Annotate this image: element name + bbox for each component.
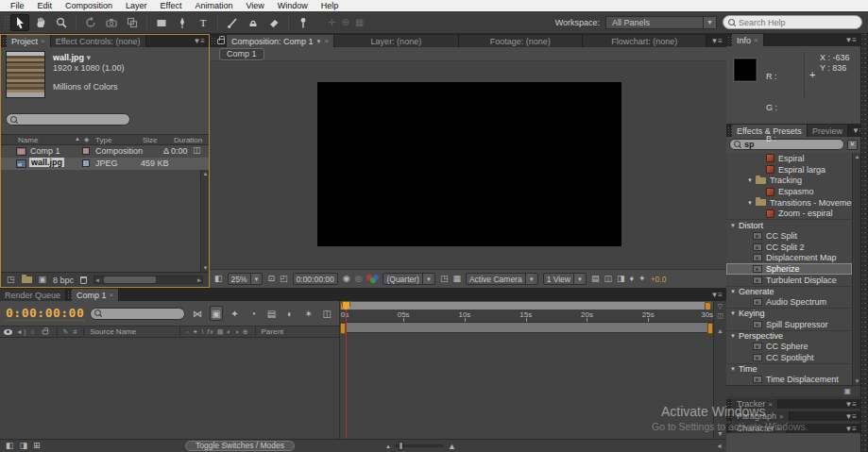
toolbar-gripper[interactable] bbox=[4, 15, 9, 30]
effect-category[interactable]: ▼Distort bbox=[726, 219, 852, 230]
zoom-out-icon[interactable]: ▲ bbox=[385, 444, 391, 449]
footage-filename[interactable]: wall.jpg bbox=[53, 53, 84, 62]
scroll-down-icon[interactable]: ▼ bbox=[717, 430, 723, 437]
pixel-aspect-icon[interactable]: ◨ bbox=[617, 275, 625, 283]
panel-menu-icon[interactable]: ▼≡ bbox=[841, 34, 860, 46]
menu-composition[interactable]: Composition bbox=[59, 0, 119, 11]
work-area-bar[interactable] bbox=[340, 323, 713, 333]
snapshot-icon[interactable]: ◉ bbox=[343, 275, 350, 283]
time-ruler[interactable]: 0s 05s 10s 15s 20s 25s 30s bbox=[340, 310, 713, 323]
show-channels-icon[interactable] bbox=[366, 275, 378, 284]
effect-category[interactable]: ▼Keying bbox=[726, 308, 852, 319]
preset-item[interactable]: Espiral larga bbox=[726, 164, 852, 176]
current-time-field[interactable]: 0:00:00:00 bbox=[6, 306, 84, 321]
close-icon[interactable]: × bbox=[779, 412, 784, 421]
tab-paragraph[interactable]: Paragraph× bbox=[732, 411, 790, 421]
column-type[interactable]: Type bbox=[95, 136, 111, 144]
scroll-down-icon[interactable]: ▼ bbox=[203, 265, 209, 271]
exposure-value[interactable]: +0.0 bbox=[651, 275, 667, 284]
tab-character[interactable]: Character× bbox=[732, 424, 787, 433]
safe-margins-icon[interactable]: ⊡ bbox=[267, 275, 275, 283]
composition-frame[interactable] bbox=[317, 82, 621, 246]
preset-folder[interactable]: ▼Transitions - Movement bbox=[726, 197, 852, 209]
project-search-input[interactable] bbox=[21, 115, 115, 125]
comp-marker-bin-icon[interactable]: ▽ bbox=[718, 303, 723, 310]
tab-comp1-timeline[interactable]: Comp 1 × bbox=[72, 289, 119, 301]
table-row-walljpg[interactable]: wall.jpg JPEG 459 KB bbox=[1, 158, 209, 170]
lock-icon[interactable] bbox=[217, 39, 225, 44]
tab-render-queue[interactable]: Render Queue bbox=[0, 289, 66, 301]
menu-effect[interactable]: Effect bbox=[154, 0, 189, 11]
scroll-left-icon[interactable]: ◄ bbox=[94, 277, 100, 283]
fast-previews-icon[interactable]: ♦ bbox=[629, 275, 634, 283]
table-row-comp1[interactable]: Comp 1 Composition Δ 0:00 ◫ bbox=[1, 145, 209, 158]
scrollbar-thumb[interactable] bbox=[104, 276, 156, 283]
time-navigator-bar[interactable] bbox=[340, 302, 711, 310]
twirl-down-icon[interactable]: ▼ bbox=[747, 200, 753, 206]
rotation-tool[interactable] bbox=[81, 14, 100, 31]
new-preset-icon[interactable]: ▣ bbox=[843, 387, 851, 395]
preset-folder[interactable]: ▼Tracking bbox=[726, 175, 852, 186]
menu-window[interactable]: Window bbox=[271, 0, 315, 11]
parent-column[interactable]: Parent bbox=[262, 327, 284, 336]
project-settings-icon[interactable]: ▣ bbox=[39, 276, 47, 284]
view-axis-icon[interactable]: ▦ bbox=[355, 17, 364, 27]
lock-views-icon[interactable]: ◫ bbox=[604, 275, 612, 283]
trash-icon[interactable] bbox=[80, 276, 87, 284]
scroll-up-icon[interactable]: ▲ bbox=[717, 327, 723, 334]
effects-vertical-scrollbar[interactable]: ▲▼ bbox=[852, 153, 860, 385]
panel-menu-icon[interactable]: ▼≡ bbox=[841, 411, 860, 421]
live-update-icon[interactable]: ▣ bbox=[210, 306, 223, 321]
menu-view[interactable]: View bbox=[239, 0, 270, 11]
tab-footage[interactable]: Footage: (none) bbox=[459, 35, 583, 47]
label-color-chip[interactable] bbox=[82, 147, 90, 155]
column-name[interactable]: Name bbox=[18, 136, 38, 144]
search-help-input[interactable] bbox=[739, 18, 842, 27]
playhead[interactable] bbox=[342, 301, 350, 439]
panel-menu-icon[interactable]: ▼≡ bbox=[841, 399, 860, 409]
scroll-up-icon[interactable]: ▲ bbox=[203, 171, 209, 176]
comp-button-icon[interactable]: ◫ bbox=[717, 312, 723, 320]
panel-menu-icon[interactable]: ▼≡ bbox=[189, 35, 209, 47]
expand-transfer-controls-icon[interactable]: ⊞ bbox=[33, 442, 41, 450]
layer-switches-icons[interactable]: ◦ ✦ \ fx ▤ ◐ ◑ ⊕ bbox=[186, 328, 248, 336]
effect-item[interactable]: Time Displacement bbox=[726, 374, 852, 385]
mask-shape-tool[interactable] bbox=[152, 14, 171, 31]
effect-item[interactable]: CC Spotlight bbox=[726, 352, 852, 363]
search-help-box[interactable] bbox=[723, 15, 862, 29]
camera-tool[interactable] bbox=[102, 14, 121, 31]
panel-menu-icon[interactable]: ▼≡ bbox=[706, 35, 726, 47]
pen-tool[interactable] bbox=[173, 14, 192, 31]
close-icon[interactable]: × bbox=[768, 400, 773, 409]
twirl-down-icon[interactable]: ▼ bbox=[730, 310, 736, 316]
column-duration[interactable]: Duration bbox=[174, 136, 202, 144]
preset-item[interactable]: Espiral bbox=[726, 153, 852, 164]
composition-viewer[interactable] bbox=[210, 61, 726, 269]
frame-blending-icon[interactable]: ▤ bbox=[265, 306, 279, 321]
video-switch-icon[interactable] bbox=[4, 329, 12, 335]
bit-depth-label[interactable]: 8 bpc bbox=[53, 276, 74, 285]
expand-render-time-icon[interactable]: ◨ bbox=[20, 442, 28, 450]
zoom-tool[interactable] bbox=[52, 14, 71, 31]
magnification-dropdown[interactable]: 25%▼ bbox=[228, 273, 264, 285]
close-icon[interactable]: × bbox=[110, 291, 114, 299]
twirl-down-icon[interactable]: ▼ bbox=[730, 333, 736, 339]
project-search-box[interactable] bbox=[6, 113, 130, 126]
tab-effect-controls[interactable]: Effect Controls: (none) bbox=[51, 35, 146, 47]
tab-composition[interactable]: Composition: Comp 1 ▼ × bbox=[227, 35, 334, 47]
project-vertical-scrollbar[interactable]: ▲ ▼ bbox=[200, 170, 209, 272]
motion-blur-icon[interactable]: ◐ bbox=[283, 306, 297, 321]
eraser-tool[interactable] bbox=[264, 14, 283, 31]
timeline-search-input[interactable] bbox=[105, 309, 180, 318]
chevron-down-icon[interactable]: ▾ bbox=[84, 53, 91, 62]
region-of-interest-icon[interactable]: ◳ bbox=[440, 275, 449, 283]
right-edge-gripper-strip[interactable] bbox=[860, 34, 868, 452]
effect-item[interactable]: Displacement Map bbox=[726, 252, 852, 263]
zoom-in-icon[interactable]: ▲ bbox=[448, 442, 456, 451]
effect-item-selected[interactable]: Spherize bbox=[726, 263, 852, 275]
panel-gripper[interactable] bbox=[211, 37, 215, 45]
scroll-up-icon[interactable]: ▲ bbox=[855, 154, 860, 159]
menu-animation[interactable]: Animation bbox=[188, 0, 239, 11]
twirl-down-icon[interactable]: ▼ bbox=[730, 223, 736, 228]
chevron-down-icon[interactable]: ▼ bbox=[703, 17, 716, 28]
